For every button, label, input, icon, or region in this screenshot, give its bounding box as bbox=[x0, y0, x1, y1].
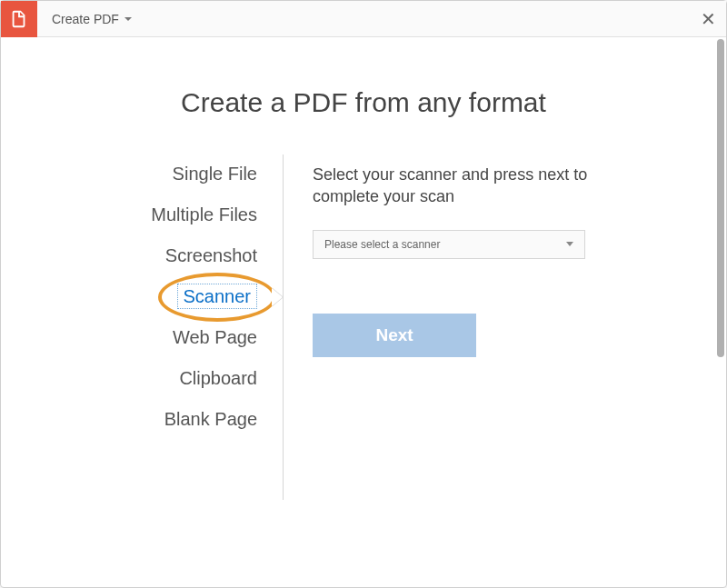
dialog-window: Create PDF ✕ Create a PDF from any forma… bbox=[0, 0, 727, 588]
content-area: Create a PDF from any format Single File… bbox=[1, 37, 726, 587]
scanner-panel: Select your scanner and press next to co… bbox=[284, 164, 690, 500]
source-options-list: Single File Multiple Files Screenshot Sc… bbox=[37, 164, 283, 500]
option-scanner-wrap: Scanner bbox=[177, 286, 258, 307]
option-web-page[interactable]: Web Page bbox=[173, 327, 257, 348]
option-scanner[interactable]: Scanner bbox=[177, 284, 258, 309]
app-icon bbox=[1, 1, 37, 37]
scrollbar[interactable] bbox=[717, 39, 724, 357]
chevron-down-icon bbox=[124, 17, 132, 21]
pdf-file-icon bbox=[9, 9, 29, 29]
option-multiple-files[interactable]: Multiple Files bbox=[151, 204, 257, 225]
selection-pointer-icon bbox=[272, 288, 283, 306]
chevron-down-icon bbox=[566, 242, 573, 246]
option-screenshot[interactable]: Screenshot bbox=[165, 245, 257, 266]
next-button[interactable]: Next bbox=[313, 314, 476, 357]
option-blank-page[interactable]: Blank Page bbox=[164, 409, 257, 430]
close-button[interactable]: ✕ bbox=[690, 1, 726, 37]
scanner-select-placeholder: Please select a scanner bbox=[324, 238, 440, 251]
dropdown-label: Create PDF bbox=[52, 12, 119, 26]
close-icon: ✕ bbox=[701, 8, 716, 30]
scanner-select[interactable]: Please select a scanner bbox=[313, 230, 585, 259]
create-pdf-dropdown[interactable]: Create PDF bbox=[37, 1, 146, 36]
next-button-label: Next bbox=[375, 325, 413, 345]
page-title: Create a PDF from any format bbox=[1, 87, 726, 118]
instruction-text: Select your scanner and press next to co… bbox=[313, 164, 612, 208]
option-single-file[interactable]: Single File bbox=[173, 164, 257, 184]
titlebar: Create PDF ✕ bbox=[1, 1, 726, 37]
option-clipboard[interactable]: Clipboard bbox=[179, 368, 257, 389]
body-area: Single File Multiple Files Screenshot Sc… bbox=[1, 164, 726, 500]
